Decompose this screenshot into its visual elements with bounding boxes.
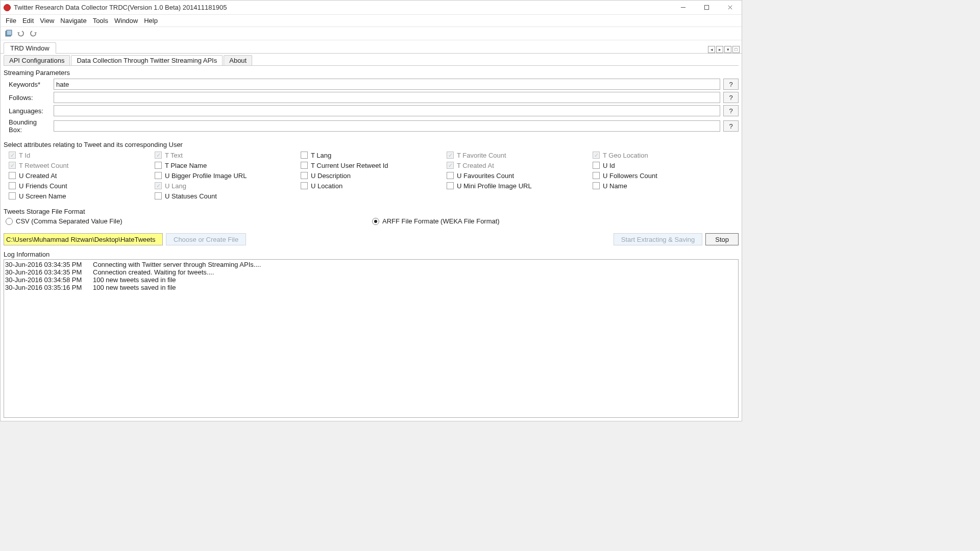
checkbox-u-location[interactable]: U Location [301, 181, 447, 190]
undo-icon[interactable] [16, 29, 26, 39]
checkbox-label: U Id [603, 162, 615, 169]
stop-button[interactable]: Stop [705, 233, 739, 245]
checkbox-u-statuses-count[interactable]: U Statuses Count [155, 191, 301, 201]
menu-navigate[interactable]: Navigate [57, 17, 89, 24]
empty-cell [301, 191, 447, 201]
bounding-box-input[interactable] [54, 120, 720, 132]
checkbox-u-friends-count[interactable]: U Friends Count [9, 181, 155, 190]
tab-about[interactable]: About [224, 55, 252, 65]
checkbox-t-lang[interactable]: T Lang [301, 151, 447, 160]
log-line: 30-Jun-2016 03:34:35 PMConnecting with T… [5, 261, 737, 268]
languages-input[interactable] [54, 105, 720, 116]
attributes-grid: T IdT TextT LangT Favorite CountT Geo Lo… [4, 151, 739, 201]
menu-file[interactable]: File [3, 17, 19, 24]
radio-icon [372, 218, 379, 225]
log-line: 30-Jun-2016 03:35:16 PM100 new tweets sa… [5, 284, 737, 291]
dropdown-icon[interactable]: ▾ [724, 46, 731, 53]
bounding-box-label: Bounding Box: [4, 118, 51, 134]
checkbox-box-icon [301, 162, 308, 169]
editor-tabs: TRD Window ◂ ▸ ▾ □ [1, 40, 742, 54]
close-button[interactable] [718, 1, 742, 14]
svg-rect-1 [704, 5, 708, 9]
checkbox-box-icon [9, 152, 16, 159]
checkbox-label: U Followers Count [603, 172, 657, 180]
redo-icon[interactable] [28, 29, 38, 39]
streaming-parameters-title: Streaming Parameters [4, 69, 739, 77]
maximize-pane-icon[interactable]: □ [732, 46, 740, 53]
log-message: Connection created. Waiting for tweets..… [93, 268, 214, 276]
filepath-field[interactable]: C:\Users\Muhammad Rizwan\Desktop\HateTwe… [4, 233, 163, 245]
save-all-icon[interactable] [4, 29, 14, 39]
checkbox-label: U Name [603, 182, 627, 190]
checkbox-u-description[interactable]: U Description [301, 171, 447, 180]
checkbox-label: T Place Name [165, 162, 207, 169]
checkbox-box-icon [301, 182, 308, 189]
checkbox-u-followers-count[interactable]: U Followers Count [593, 171, 739, 180]
radio-icon [6, 218, 13, 225]
checkbox-label: U Mini Profile Image URL [457, 182, 532, 190]
checkbox-u-lang: U Lang [155, 181, 301, 190]
checkbox-u-name[interactable]: U Name [593, 181, 739, 190]
checkbox-box-icon [593, 172, 600, 179]
checkbox-box-icon [447, 152, 454, 159]
menu-tools[interactable]: Tools [90, 17, 111, 24]
follows-input[interactable] [54, 92, 720, 103]
menu-view[interactable]: View [37, 17, 57, 24]
keywords-label: Keywords* [4, 81, 51, 88]
languages-row: Languages: ? [4, 105, 739, 116]
checkbox-t-current-user-retweet-id[interactable]: T Current User Retweet Id [301, 161, 447, 170]
languages-help-button[interactable]: ? [723, 105, 739, 116]
checkbox-t-geo-location: T Geo Location [593, 151, 739, 160]
menu-edit[interactable]: Edit [19, 17, 37, 24]
start-extracting-button[interactable]: Start Extracting & Saving [614, 233, 703, 245]
checkbox-label: T Created At [457, 162, 494, 169]
maximize-button[interactable] [695, 1, 718, 14]
minimize-button[interactable] [671, 1, 695, 14]
keywords-input[interactable] [54, 79, 720, 90]
checkbox-u-id[interactable]: U Id [593, 161, 739, 170]
checkbox-box-icon [9, 192, 16, 199]
menu-window[interactable]: Window [111, 17, 141, 24]
log-box[interactable]: 30-Jun-2016 03:34:35 PMConnecting with T… [4, 259, 739, 418]
bounding-box-help-button[interactable]: ? [723, 120, 739, 132]
menu-help[interactable]: Help [141, 17, 161, 24]
checkbox-label: T Retweet Count [19, 162, 68, 169]
checkbox-u-mini-profile-image-url[interactable]: U Mini Profile Image URL [447, 181, 593, 190]
checkbox-label: T Geo Location [603, 152, 648, 159]
checkbox-box-icon [447, 172, 454, 179]
tab-data-collection[interactable]: Data Collection Through Twitter Streamin… [71, 55, 223, 65]
checkbox-t-place-name[interactable]: T Place Name [155, 161, 301, 170]
checkbox-box-icon [593, 152, 600, 159]
choose-file-button[interactable]: Choose or Create File [166, 233, 246, 245]
checkbox-label: U Lang [165, 182, 186, 190]
log-timestamp: 30-Jun-2016 03:34:58 PM [5, 276, 93, 284]
scroll-left-icon[interactable]: ◂ [708, 46, 715, 53]
menu-bar: File Edit View Navigate Tools Window Hel… [1, 15, 742, 27]
checkbox-t-favorite-count: T Favorite Count [447, 151, 593, 160]
radio-csv[interactable]: CSV (Comma Separated Value File) [6, 217, 372, 225]
empty-cell [593, 191, 739, 201]
checkbox-box-icon [447, 182, 454, 189]
radio-arff[interactable]: ARFF File Formate (WEKA File Format) [372, 217, 500, 225]
checkbox-t-retweet-count: T Retweet Count [9, 161, 155, 170]
checkbox-u-created-at[interactable]: U Created At [9, 171, 155, 180]
scroll-right-icon[interactable]: ▸ [716, 46, 723, 53]
follows-help-button[interactable]: ? [723, 92, 739, 103]
checkbox-label: U Bigger Profile Image URL [165, 172, 247, 180]
tab-api-configurations[interactable]: API Configurations [4, 55, 70, 65]
checkbox-u-screen-name[interactable]: U Screen Name [9, 191, 155, 201]
languages-label: Languages: [4, 107, 51, 115]
editor-tab-controls: ◂ ▸ ▾ □ [707, 46, 742, 53]
editor-tab-trd-window[interactable]: TRD Window [4, 42, 56, 54]
checkbox-u-bigger-profile-image-url[interactable]: U Bigger Profile Image URL [155, 171, 301, 180]
file-format-title: Tweets Storage File Format [4, 208, 739, 215]
checkbox-label: T Favorite Count [457, 152, 506, 159]
checkbox-t-created-at: T Created At [447, 161, 593, 170]
checkbox-label: U Friends Count [19, 182, 67, 190]
checkbox-u-favourites-count[interactable]: U Favourites Count [447, 171, 593, 180]
checkbox-label: T Lang [311, 152, 331, 159]
log-message: 100 new tweets saved in file [93, 276, 176, 284]
checkbox-label: U Created At [19, 172, 57, 180]
keywords-help-button[interactable]: ? [723, 79, 739, 90]
checkbox-box-icon [9, 162, 16, 169]
